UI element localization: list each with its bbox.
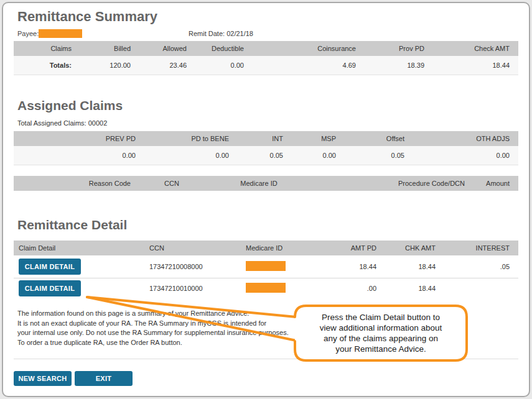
callout-text: Press the Claim Detail button to view ad… [299, 312, 463, 354]
col-header-billed: Billed [80, 41, 139, 56]
col-header-amt-pd: AMT PD [340, 241, 385, 255]
col-header-detail-medicare-id: Medicare ID [241, 241, 340, 255]
remittance-detail-heading: Remittance Detail [17, 218, 127, 232]
col-header-prev-pd: PREV PD [14, 131, 144, 146]
detail-header-row: Claim Detail CCN Medicare ID AMT PD CHK … [14, 241, 518, 255]
col-header-ccn: CCN [139, 176, 208, 191]
callout-line-4: your Remittance Advice. [299, 344, 463, 354]
col-header-oth-adjs: OTH ADJS [413, 131, 518, 146]
row1-ccn: 17347210008000 [144, 255, 241, 278]
col-header-allowed: Allowed [139, 41, 195, 56]
row2-chk-amt: 18.44 [385, 278, 444, 298]
disclaimer-text: The information found on this page is a … [17, 309, 289, 347]
new-search-button[interactable]: NEW SEARCH [14, 371, 72, 386]
page-title: Remittance Summary [17, 9, 157, 25]
col-header-procedure-code-dcn: Procedure Code/DCN [314, 176, 474, 191]
total-assigned-claims: Total Assigned Claims: 00002 [17, 119, 107, 127]
row1-interest: .05 [444, 255, 518, 278]
adjustments-table: PREV PD PD to BENE INT MSP Offset OTH AD… [14, 131, 518, 165]
col-header-claims: Claims [14, 41, 80, 56]
disclaimer-line-4: To order a true duplicate RA, use the Or… [17, 338, 289, 348]
remit-date-label: Remit Date: [189, 30, 225, 37]
remittance-detail-table: Claim Detail CCN Medicare ID AMT PD CHK … [14, 241, 518, 298]
remit-date-value: 02/21/18 [226, 30, 253, 37]
summary-totals-table: Claims Billed Allowed Deductible Coinsur… [14, 41, 518, 75]
adjustments-header-row: PREV PD PD to BENE INT MSP Offset OTH AD… [14, 131, 518, 146]
summary-header-row: Claims Billed Allowed Deductible Coinsur… [14, 41, 518, 56]
reason-header-row: Reason Code CCN Medicare ID Procedure Co… [14, 176, 518, 191]
claim-detail-button-2[interactable]: CLAIM DETAIL [19, 280, 81, 296]
col-header-check-amt: Check AMT [433, 41, 518, 56]
totals-check-amt: 18.44 [433, 56, 518, 75]
col-header-reason-code: Reason Code [14, 176, 139, 191]
exit-button[interactable]: EXIT [75, 371, 133, 386]
totals-prov-pd: 18.39 [365, 56, 433, 75]
val-oth-adjs: 0.00 [413, 146, 518, 165]
col-header-offset: Offset [345, 131, 413, 146]
row2-ccn: 17347210010000 [144, 278, 241, 298]
col-header-coinsurance: Coinsurance [253, 41, 365, 56]
detail-row-1: CLAIM DETAIL 17347210008000 18.44 18.44 … [14, 255, 518, 278]
col-header-chk-amt: CHK AMT [385, 241, 444, 255]
remit-date: Remit Date: 02/21/18 [189, 30, 253, 37]
val-prev-pd: 0.00 [14, 146, 144, 165]
claim-detail-button-1[interactable]: CLAIM DETAIL [19, 259, 81, 275]
total-assigned-claims-label: Total Assigned Claims: [17, 119, 86, 127]
col-header-pd-to-bene: PD to BENE [144, 131, 238, 146]
col-header-amount: Amount [474, 176, 518, 191]
footer-divider [14, 359, 518, 359]
totals-label: Totals: [14, 56, 80, 75]
val-offset: 0.05 [345, 146, 413, 165]
payee-label: Payee: [17, 30, 39, 37]
val-pd-to-bene: 0.00 [144, 146, 238, 165]
row2-medicare-id-redacted [246, 283, 286, 293]
totals-allowed: 23.46 [139, 56, 195, 75]
col-header-prov-pd: Prov PD [365, 41, 433, 56]
reason-code-table: Reason Code CCN Medicare ID Procedure Co… [14, 176, 518, 191]
disclaimer-line-1: The information found on this page is a … [17, 309, 289, 319]
col-header-int: INT [238, 131, 292, 146]
adjustments-values-row: 0.00 0.00 0.05 0.00 0.05 0.00 [14, 146, 518, 165]
row1-amt-pd: 18.44 [340, 255, 385, 278]
row2-interest [444, 278, 518, 298]
callout-line-2: view additional information about [299, 323, 463, 333]
val-msp: 0.00 [292, 146, 345, 165]
col-header-detail-ccn: CCN [144, 241, 241, 255]
row2-amt-pd: .00 [340, 278, 385, 298]
col-header-claim-detail: Claim Detail [14, 241, 144, 255]
val-int: 0.05 [238, 146, 292, 165]
row1-medicare-id-redacted [246, 261, 286, 271]
row1-chk-amt: 18.44 [385, 255, 444, 278]
col-header-interest: INTEREST [444, 241, 518, 255]
callout-line-3: any of the claims appearing on [299, 333, 463, 344]
col-header-medicare-id: Medicare ID [208, 176, 314, 191]
disclaimer-line-2: It is not an exact duplicate of your RA.… [17, 319, 289, 329]
total-assigned-claims-value: 00002 [88, 119, 108, 127]
assigned-claims-heading: Assigned Claims [17, 98, 123, 113]
detail-row-2: CLAIM DETAIL 17347210010000 .00 18.44 [14, 278, 518, 298]
totals-billed: 120.00 [80, 56, 139, 75]
disclaimer-line-3: your internal use only. Do not use the R… [17, 328, 289, 338]
col-header-msp: MSP [292, 131, 345, 146]
totals-coinsurance: 4.69 [253, 56, 365, 75]
summary-totals-row: Totals: 120.00 23.46 0.00 4.69 18.39 18.… [14, 56, 518, 75]
callout-line-1: Press the Claim Detail button to [299, 312, 463, 323]
totals-deductible: 0.00 [195, 56, 253, 75]
payee-redacted-value [39, 29, 82, 38]
col-header-deductible: Deductible [195, 41, 253, 56]
